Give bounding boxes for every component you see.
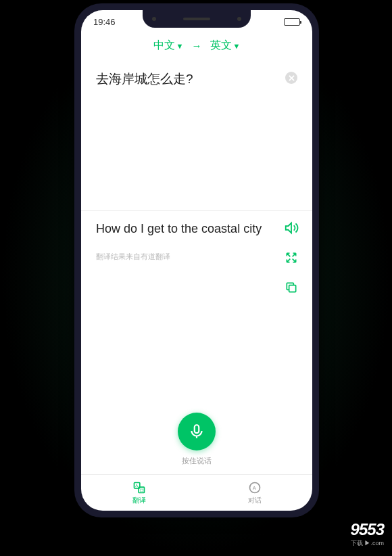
status-time: 19:46 xyxy=(93,17,116,27)
attribution-text: 翻译结果来自有道翻译 xyxy=(96,252,297,262)
watermark-main: 9553 xyxy=(351,520,384,539)
dialog-icon: A xyxy=(248,481,262,494)
notch xyxy=(143,10,251,28)
svg-text:A: A xyxy=(135,484,138,488)
svg-rect-1 xyxy=(195,425,199,433)
watermark: 9553 下载 ▶.com xyxy=(351,520,384,548)
fullscreen-icon[interactable] xyxy=(284,250,299,265)
action-column xyxy=(284,221,299,295)
mic-button[interactable] xyxy=(178,413,216,450)
nav-translate-label: 翻译 xyxy=(132,496,146,505)
close-icon xyxy=(289,75,295,81)
target-language[interactable]: 英文▼ xyxy=(210,39,241,53)
clear-button[interactable] xyxy=(285,72,297,84)
chevron-down-icon: ▼ xyxy=(233,42,241,50)
mic-label: 按住说话 xyxy=(182,456,212,466)
mic-area: 按住说话 xyxy=(81,413,312,474)
nav-translate[interactable]: A 口 翻译 xyxy=(81,475,197,511)
translate-icon: A 口 xyxy=(132,481,146,494)
output-panel: How do I get to the coastal city 翻译结果来自有… xyxy=(81,211,312,413)
language-selector[interactable]: 中文▼ → 英文▼ xyxy=(81,29,312,62)
copy-icon[interactable] xyxy=(284,280,299,295)
source-text[interactable]: 去海岸城怎么走? xyxy=(96,70,297,89)
bottom-nav: A 口 翻译 A 对话 xyxy=(81,474,312,511)
svg-text:口: 口 xyxy=(139,488,143,492)
arrow-right-icon: → xyxy=(192,40,202,51)
input-panel: 去海岸城怎么走? xyxy=(81,62,312,211)
translated-text: How do I get to the coastal city xyxy=(96,221,297,237)
mic-icon xyxy=(188,423,205,440)
battery-icon xyxy=(284,18,300,26)
svg-rect-0 xyxy=(289,285,296,292)
svg-text:A: A xyxy=(252,485,255,491)
chevron-down-icon: ▼ xyxy=(176,42,184,50)
nav-dialog-label: 对话 xyxy=(248,496,262,505)
phone-frame: 19:46 中文▼ → 英文▼ 去海岸城怎么走? How do I get to… xyxy=(74,3,319,517)
source-language[interactable]: 中文▼ xyxy=(153,39,184,53)
screen: 19:46 中文▼ → 英文▼ 去海岸城怎么走? How do I get to… xyxy=(81,10,312,511)
nav-dialog[interactable]: A 对话 xyxy=(197,475,312,511)
speaker-icon[interactable] xyxy=(284,221,299,235)
watermark-sub: 下载 ▶.com xyxy=(351,539,384,548)
